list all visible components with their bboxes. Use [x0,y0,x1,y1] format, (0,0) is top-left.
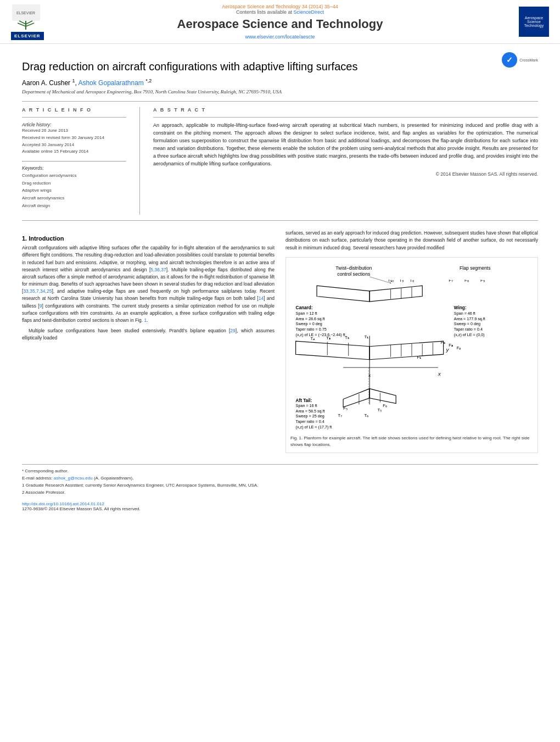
crossmark-label: CrossMark [519,58,538,62]
svg-text:Flap segments: Flap segments [460,265,491,271]
elsevier-tree-icon: ELSEVIER [11,3,41,31]
footnote-email: E-mail address: ashok_g@ncsu.edu (A. Gop… [22,475,538,482]
paper-title: Drag reduction on aircraft configuration… [22,59,357,74]
svg-text:F₃: F₃ [449,342,453,347]
keywords-list: Configuration aerodynamics Drag reductio… [22,172,126,209]
svg-text:F₄: F₄ [457,345,461,350]
svg-text:T₅: T₅ [378,408,382,412]
article-info-abstract: A R T I C L E I N F O Article history: R… [22,107,538,215]
history-label: Article history: [22,122,126,127]
svg-text:Canard:: Canard: [296,305,313,310]
journal-small-box: Aerospace Science Technology [519,7,549,37]
article-info-label: A R T I C L E I N F O [22,107,126,113]
svg-text:(x,z) of LE = (−23.6,−2.44) ft: (x,z) of LE = (−23.6,−2.44) ft [296,332,345,337]
svg-text:Wing:: Wing: [454,305,467,310]
intro-heading: 1. Introduction [22,235,275,242]
svg-text:Area = 28.6 sq.ft: Area = 28.6 sq.ft [296,316,325,321]
body-col-right: surfaces, served as an early approach fo… [285,230,538,453]
svg-text:T₃: T₃ [326,336,331,341]
figure-caption: Fig. 1. Planform for example aircraft. T… [290,435,533,448]
svg-text:F₇: F₇ [449,278,453,283]
svg-text:Taper ratio = 0.75: Taper ratio = 0.75 [296,327,327,332]
figure-1-svg: Twist–distribution control sections Flap… [290,262,533,431]
author2-name[interactable]: Ashok Gopalarathnam [78,79,143,87]
article-history: Article history: Received 26 June 2013 R… [22,122,126,155]
crossmark-icon: ✓ [502,52,517,68]
keywords-block: Keywords: Configuration aerodynamics Dra… [22,165,126,209]
doi-link[interactable]: http://dx.doi.org/10.1016/j.ast.2014.01.… [22,501,104,506]
journal-header: ELSEVIER ELSEVIER Aerospace Science and … [0,0,560,44]
article-info-col: A R T I C L E I N F O Article history: R… [22,107,126,215]
ref-14[interactable]: 14 [259,295,264,301]
svg-text:Span = 12 ft: Span = 12 ft [296,311,317,316]
ref-9[interactable]: 9 [40,303,42,309]
svg-text:T₇: T₇ [338,412,342,417]
body-col-left: 1. Introduction Aircraft configurations … [22,230,275,453]
sciencedirect-link[interactable]: ScienceDirect [294,9,324,15]
svg-text:ELSEVIER: ELSEVIER [16,11,35,15]
copyright-line: © 2014 Elsevier Masson SAS. All rights r… [153,171,538,177]
author2-sup: *,2 [145,78,152,83]
svg-text:F₂: F₂ [441,340,445,345]
col-divider [139,107,140,215]
info-mid-divider [22,161,126,162]
svg-text:F₁: F₁ [417,355,422,360]
svg-text:Aft Tail:: Aft Tail: [296,398,312,403]
keywords-label: Keywords: [22,165,126,171]
svg-text:Area = 58.5 sq.ft: Area = 58.5 sq.ft [296,409,325,414]
journal-url[interactable]: www.elsevier.com/locate/aescte [245,34,315,40]
svg-text:T₁: T₁ [365,334,369,339]
footnote-1: 1 Graduate Research Assistant; currently… [22,482,538,489]
main-content: Drag reduction on aircraft configuration… [0,44,560,522]
elsevier-logo-area: ELSEVIER ELSEVIER [11,3,77,40]
ref-5[interactable]: 5,36,37 [150,267,166,272]
doi-line: http://dx.doi.org/10.1016/j.ast.2014.01.… [22,501,538,506]
ref-33[interactable]: 33,35,7,34,25 [23,288,52,294]
header-divider [22,101,538,102]
svg-text:T₈: T₈ [410,278,414,283]
intro-para1: Aircraft configurations with adaptive li… [22,244,275,324]
svg-text:F₉: F₉ [480,278,485,283]
svg-text:x: x [368,373,371,378]
info-top-divider [22,117,126,118]
figure-1: Twist–distribution control sections Flap… [285,257,538,453]
abstract-top-divider [153,117,538,118]
right-para1: surfaces, served as an early approach fo… [285,230,538,252]
crossmark-area: ✓ CrossMark [502,52,538,68]
svg-text:Taper ratio = 0.4: Taper ratio = 0.4 [454,327,483,332]
svg-text:Taper ratio = 0.4: Taper ratio = 0.4 [296,419,324,424]
svg-text:Twist–distribution: Twist–distribution [335,265,372,271]
abstract-col: A B S T R A C T An approach, applicable … [153,107,538,215]
svg-text:T₂: T₂ [345,335,349,340]
elsevier-label: ELSEVIER [11,32,44,40]
author1-name: Aaron A. Cusher [22,79,70,87]
svg-text:(x,z) of LE = (17,7) ft: (x,z) of LE = (17,7) ft [296,424,332,429]
contents-line: Contents lists available at ScienceDirec… [77,9,483,15]
body-divider [22,220,538,221]
svg-text:Sweep = 0 deg: Sweep = 0 deg [454,321,480,326]
footnote-email-link[interactable]: ashok_g@ncsu.edu [54,476,93,481]
ref-fig1[interactable]: 1 [144,317,147,323]
svg-text:T₄: T₄ [311,336,315,341]
svg-text:F₆: F₆ [383,403,387,408]
journal-top-label: Aerospace Science and Technology 34 (201… [77,4,483,9]
ref-29[interactable]: 29 [230,328,235,333]
footnote-2: 2 Associate Professor. [22,489,538,496]
journal-info-center: Aerospace Science and Technology 34 (201… [77,4,483,40]
svg-text:control sections: control sections [337,271,370,277]
right-body-text: surfaces, served as an early approach fo… [285,230,538,252]
svg-text:Span = 46 ft: Span = 46 ft [454,311,475,316]
svg-text:(x,z) of LE = (0,0): (x,z) of LE = (0,0) [454,332,485,337]
author1-sup: 1 [72,78,75,83]
footnote-corresponding: * Corresponding author. [22,468,538,475]
svg-text:F₈: F₈ [464,278,469,283]
svg-text:Sweep = 0 deg: Sweep = 0 deg [296,321,322,326]
authors-line: Aaron A. Cusher 1, Ashok Gopalarathnam *… [22,78,538,87]
svg-text:Span = 16 ft: Span = 16 ft [296,403,317,408]
affiliation: Department of Mechanical and Aerospace E… [22,89,538,94]
svg-text:T₉: T₉ [399,278,404,283]
intro-para2: Multiple surface configurations have bee… [22,327,275,342]
abstract-label: A B S T R A C T [153,107,538,113]
abstract-text: An approach, applicable to multiple-lift… [153,122,538,168]
received-date: Received 26 June 2013 Received in revise… [22,127,126,155]
